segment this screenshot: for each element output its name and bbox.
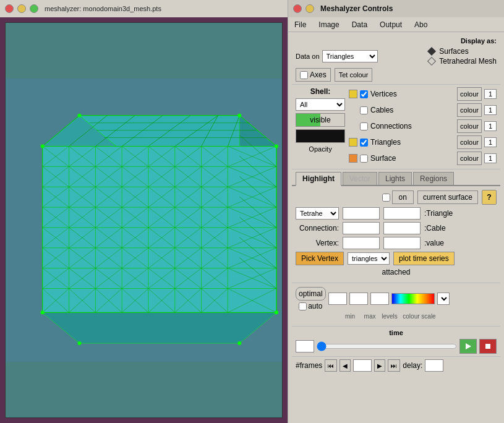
surface-label: Surface: [370, 154, 455, 163]
frame-prev-button[interactable]: ◀: [340, 359, 351, 372]
tetrahedral-radio[interactable]: Tetrahedral Mesh: [429, 57, 497, 66]
play-button[interactable]: [459, 339, 477, 354]
auto-checkbox[interactable]: [299, 302, 307, 310]
optimal-button[interactable]: optimal: [296, 287, 326, 301]
delay-input[interactable]: 10: [425, 359, 443, 372]
plot-timeseries-button[interactable]: plot time series: [393, 252, 455, 265]
close-btn-right[interactable]: [293, 4, 302, 13]
connections-colour-num: 1: [484, 121, 497, 131]
triangles-colour-num: 1: [484, 137, 497, 147]
shell-label: Shell:: [310, 87, 331, 96]
frames-label: #frames: [296, 361, 322, 370]
value-suffix: :value: [424, 239, 444, 247]
triangles-checkbox[interactable]: [360, 139, 368, 147]
cables-colour-btn[interactable]: colour: [457, 103, 482, 117]
axes-checkbox[interactable]: [300, 71, 308, 79]
min-input[interactable]: 0: [328, 293, 347, 305]
maximize-btn-left[interactable]: [30, 4, 38, 13]
time-section: time 0: [292, 327, 500, 357]
frame-next-button[interactable]: ▶: [374, 359, 385, 372]
left-title-text: meshalyzer: monodomain3d_mesh.pts: [45, 5, 161, 12]
menu-data[interactable]: Data: [348, 19, 371, 30]
tab-highlight[interactable]: Highlight: [296, 172, 341, 186]
opacity-label: Opacity: [309, 145, 331, 153]
tetra-val1-input[interactable]: 0: [343, 207, 380, 220]
time-slider[interactable]: [317, 341, 457, 351]
tet-colour-button[interactable]: Tet colour: [335, 68, 373, 82]
vertices-swatch: [349, 90, 357, 98]
cable-suffix: :Cable: [424, 224, 446, 233]
connections-checkbox[interactable]: [360, 122, 368, 130]
svg-marker-4: [43, 147, 276, 313]
svg-rect-181: [485, 344, 490, 349]
menu-output[interactable]: Output: [376, 19, 406, 30]
triangles-colour-btn[interactable]: colour: [457, 135, 482, 149]
highlight-row3: Connection: 0 0 :Cable: [296, 222, 497, 234]
shell-select[interactable]: All Shell 1 Shell 2: [296, 98, 345, 111]
menu-about[interactable]: Abo: [411, 19, 431, 30]
svg-point-175: [275, 310, 278, 314]
tab-lights[interactable]: Lights: [378, 172, 412, 185]
color-swatch[interactable]: [296, 129, 345, 143]
tab-regions[interactable]: Regions: [413, 172, 454, 185]
minimize-btn-right[interactable]: [305, 4, 314, 13]
connections-label: Connections: [370, 122, 455, 130]
mesh-viewport: [5, 22, 283, 418]
on-button[interactable]: on: [392, 190, 414, 204]
connections-colour-btn[interactable]: colour: [457, 119, 482, 133]
max-input[interactable]: 1: [349, 293, 368, 305]
menu-file[interactable]: File: [291, 19, 310, 30]
visible-button[interactable]: visible: [296, 113, 345, 127]
frame-first-button[interactable]: ⏮: [325, 359, 337, 372]
minimize-btn-left[interactable]: [17, 4, 26, 13]
surface-checkbox[interactable]: [360, 155, 368, 163]
conn-val1-input[interactable]: 0: [343, 222, 380, 234]
auto-label: auto: [308, 302, 322, 310]
current-surface-button[interactable]: current surface: [417, 190, 478, 204]
play-icon: [464, 343, 472, 350]
surfaces-radio[interactable]: Surfaces: [429, 47, 497, 56]
stop-icon: [485, 343, 491, 349]
data-on-label: Data on: [296, 53, 320, 60]
menu-image[interactable]: Image: [315, 19, 343, 30]
conn-val2-input[interactable]: 0: [383, 222, 421, 234]
vertices-checkbox[interactable]: [360, 90, 368, 98]
levels-input[interactable]: 64: [370, 293, 389, 305]
tetrahedral-label: Tetrahedral Mesh: [439, 57, 497, 66]
pick-vertex-button[interactable]: Pick Vertex: [296, 252, 344, 265]
triangles-select[interactable]: triangles nodes: [348, 252, 390, 265]
tetra-select[interactable]: Tetrahe: [296, 207, 339, 220]
vert-val1-input[interactable]: 0: [343, 237, 380, 249]
connections-row: Connections colour 1: [349, 119, 497, 133]
vert-val2-input[interactable]: 0: [383, 237, 421, 249]
vertices-label: Vertices: [370, 90, 455, 98]
data-on-select[interactable]: Triangles Nodes Elements: [322, 50, 378, 62]
surface-colour-btn[interactable]: colour: [457, 152, 482, 165]
frames-input[interactable]: 1: [353, 359, 372, 372]
colorbar-section: optimal auto 0 1 64 ▼ min max: [292, 283, 500, 327]
right-title-text: Meshalyzer Controls: [320, 4, 393, 13]
colorbar-labels-row: min max levels colour scale: [296, 313, 497, 320]
tetra-val2-input[interactable]: 0: [383, 207, 421, 220]
svg-point-178: [77, 341, 81, 345]
cables-row: Cables colour 1: [349, 103, 497, 117]
svg-point-174: [41, 310, 45, 314]
vertices-colour-num: 1: [484, 89, 497, 99]
svg-marker-5: [43, 312, 276, 343]
highlight-row2: Tetrahe 0 0 :Triangle: [296, 207, 497, 220]
levels-label: levels: [381, 313, 398, 320]
stop-button[interactable]: [479, 339, 497, 354]
axes-button[interactable]: Axes: [296, 68, 331, 82]
surface-row: Surface colour 1: [349, 152, 497, 165]
close-btn-left[interactable]: [5, 4, 14, 13]
colour-scale-select[interactable]: ▼: [437, 293, 450, 305]
frame-last-button[interactable]: ⏭: [388, 359, 400, 372]
vertex-label: Vertex:: [296, 239, 339, 247]
on-checkbox[interactable]: [382, 194, 390, 202]
triangles-label: Triangles: [370, 138, 455, 147]
help-button[interactable]: ?: [482, 190, 497, 205]
frames-section: #frames ⏮ ◀ 1 ▶ ⏭ delay: 10: [292, 357, 500, 374]
time-input[interactable]: 0: [296, 340, 314, 352]
vertices-colour-btn[interactable]: colour: [457, 87, 482, 101]
cables-checkbox[interactable]: [360, 106, 368, 114]
